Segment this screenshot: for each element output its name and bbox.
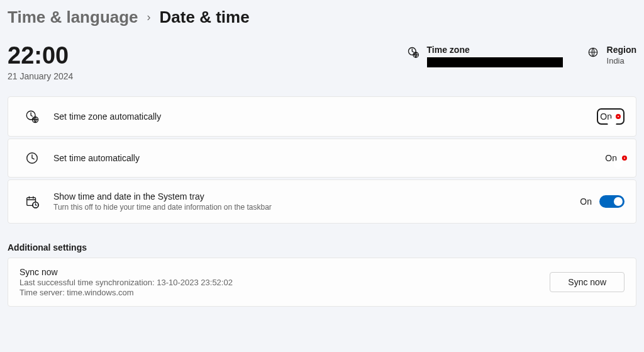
region-info[interactable]: Region India bbox=[587, 45, 636, 65]
clock-display: 22:00 21 January 2024 bbox=[8, 43, 73, 81]
section-heading-additional: Additional settings bbox=[0, 224, 644, 258]
globe-icon bbox=[587, 46, 599, 59]
setting-row-set-timezone-auto: Set time zone automatically On bbox=[8, 96, 636, 137]
clock-icon bbox=[25, 150, 40, 166]
timezone-info[interactable]: Time zone bbox=[407, 45, 563, 67]
breadcrumb-parent[interactable]: Time & language bbox=[8, 8, 138, 27]
focus-outline: On bbox=[597, 108, 625, 125]
settings-list: Set time zone automatically On Set time … bbox=[0, 81, 644, 224]
setting-title: Show time and date in the System tray bbox=[53, 191, 580, 202]
current-date: 21 January 2024 bbox=[8, 71, 73, 81]
sync-now-button[interactable]: Sync now bbox=[550, 272, 625, 292]
toggle-show-in-tray[interactable] bbox=[599, 195, 625, 208]
clock-globe-icon bbox=[407, 46, 419, 59]
setting-subtitle: Turn this off to hide your time and date… bbox=[53, 203, 580, 212]
setting-title: Set time automatically bbox=[53, 153, 605, 163]
setting-row-set-time-auto: Set time automatically On bbox=[8, 139, 636, 178]
highlight-annotation bbox=[622, 156, 627, 161]
timezone-label: Time zone bbox=[427, 45, 563, 55]
clock-globe-icon bbox=[25, 109, 40, 124]
chevron-right-icon: › bbox=[147, 11, 151, 25]
calendar-clock-icon bbox=[25, 194, 40, 209]
setting-row-show-in-tray: Show time and date in the System tray Tu… bbox=[8, 179, 636, 224]
region-label: Region bbox=[607, 45, 636, 55]
region-value: India bbox=[607, 56, 636, 65]
sync-server: Time server: time.windows.com bbox=[19, 288, 550, 297]
sync-title: Sync now bbox=[19, 267, 550, 277]
header-info-row: 22:00 21 January 2024 Time zone bbox=[0, 27, 644, 81]
toggle-state-label: On bbox=[580, 196, 592, 207]
setting-row-sync-now: Sync now Last successful time synchroniz… bbox=[8, 258, 636, 307]
setting-title: Set time zone automatically bbox=[53, 111, 597, 122]
timezone-value-redacted bbox=[427, 57, 563, 67]
current-time: 22:00 bbox=[8, 43, 73, 67]
sync-last-sync: Last successful time synchronization: 13… bbox=[19, 278, 550, 287]
highlight-annotation bbox=[616, 114, 621, 119]
page-title: Date & time bbox=[160, 8, 250, 27]
breadcrumb: Time & language › Date & time bbox=[0, 0, 644, 27]
